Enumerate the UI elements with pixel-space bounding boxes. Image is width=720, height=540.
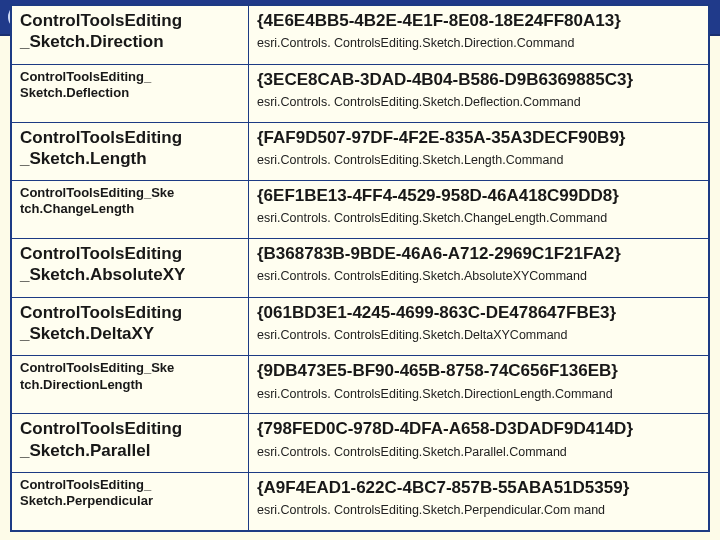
tool-name-cell: ControlToolsEditing_ Sketch.Perpendicula… [12, 473, 249, 531]
tool-guid: {B368783B-9BDE-46A6-A712-2969C1F21FA2} [257, 243, 700, 264]
tool-progid: esri.Controls. ControlsEditing.Sketch.Pa… [257, 445, 700, 461]
tool-detail-cell: {4E6E4BB5-4B2E-4E1F-8E08-18E24FF80A13}es… [248, 6, 708, 65]
tool-detail-cell: {FAF9D507-97DF-4F2E-835A-35A3DECF90B9}es… [248, 122, 708, 181]
table-row: ControlToolsEditing _Sketch.Direction{4E… [12, 6, 709, 65]
tool-progid: esri.Controls. ControlsEditing.Sketch.De… [257, 328, 700, 344]
tool-detail-cell: {B368783B-9BDE-46A6-A712-2969C1F21FA2}es… [248, 239, 708, 298]
tool-detail-wrap: {9DB473E5-BF90-465B-8758-74C656F136EB}es… [257, 360, 700, 402]
tool-guid: {798FED0C-978D-4DFA-A658-D3DADF9D414D} [257, 418, 700, 439]
tool-name-cell: ControlToolsEditing _Sketch.DeltaXY [12, 297, 249, 356]
tool-name: ControlToolsEditing _Sketch.AbsoluteXY [20, 243, 240, 286]
tool-detail-wrap: {3ECE8CAB-3DAD-4B04-B586-D9B6369885C3}es… [257, 69, 700, 111]
table-row: ControlToolsEditing_ Sketch.Deflection{3… [12, 64, 709, 122]
tool-detail-wrap: {FAF9D507-97DF-4F2E-835A-35A3DECF90B9}es… [257, 127, 700, 169]
tool-name: ControlToolsEditing_Ske tch.ChangeLength [20, 185, 240, 218]
tool-detail-wrap: {4E6E4BB5-4B2E-4E1F-8E08-18E24FF80A13}es… [257, 10, 700, 52]
tool-progid: esri.Controls. ControlsEditing.Sketch.Ab… [257, 269, 700, 285]
tool-name-cell: ControlToolsEditing _Sketch.AbsoluteXY [12, 239, 249, 298]
tool-name-cell: ControlToolsEditing_Ske tch.ChangeLength [12, 181, 249, 239]
tool-name: ControlToolsEditing _Sketch.Length [20, 127, 240, 170]
table-row: ControlToolsEditing _Sketch.DeltaXY{061B… [12, 297, 709, 356]
tool-guid: {061BD3E1-4245-4699-863C-DE478647FBE3} [257, 302, 700, 323]
table-row: ControlToolsEditing_ Sketch.Perpendicula… [12, 473, 709, 531]
tool-name-cell: ControlToolsEditing _Sketch.Parallel [12, 414, 249, 473]
tool-name-cell: ControlToolsEditing _Sketch.Direction [12, 6, 249, 65]
commands-table: ControlToolsEditing _Sketch.Direction{4E… [11, 5, 709, 531]
table-row: ControlToolsEditing _Sketch.Parallel{798… [12, 414, 709, 473]
tool-name-cell: ControlToolsEditing_ Sketch.Deflection [12, 64, 249, 122]
tool-name-cell: ControlToolsEditing_Ske tch.DirectionLen… [12, 356, 249, 414]
tool-name-cell: ControlToolsEditing _Sketch.Length [12, 122, 249, 181]
table-row: ControlToolsEditing_Ske tch.DirectionLen… [12, 356, 709, 414]
slide-page: 江西理工大学 Developing GIS Applications with … [0, 0, 720, 540]
tool-detail-cell: {3ECE8CAB-3DAD-4B04-B586-D9B6369885C3}es… [248, 64, 708, 122]
tool-guid: {4E6E4BB5-4B2E-4E1F-8E08-18E24FF80A13} [257, 10, 700, 31]
tool-detail-wrap: {061BD3E1-4245-4699-863C-DE478647FBE3}es… [257, 302, 700, 344]
tool-name: ControlToolsEditing _Sketch.Direction [20, 10, 240, 53]
tool-progid: esri.Controls. ControlsEditing.Sketch.Di… [257, 36, 700, 52]
tool-name: ControlToolsEditing_ Sketch.Perpendicula… [20, 477, 240, 510]
tool-progid: esri.Controls. ControlsEditing.Sketch.Le… [257, 153, 700, 169]
tool-name: ControlToolsEditing_ Sketch.Deflection [20, 69, 240, 102]
tool-name: ControlToolsEditing_Ske tch.DirectionLen… [20, 360, 240, 393]
tool-guid: {3ECE8CAB-3DAD-4B04-B586-D9B6369885C3} [257, 69, 700, 90]
tool-detail-wrap: {798FED0C-978D-4DFA-A658-D3DADF9D414D}es… [257, 418, 700, 460]
tool-detail-cell: {A9F4EAD1-622C-4BC7-857B-55ABA51D5359}es… [248, 473, 708, 531]
tool-guid: {FAF9D507-97DF-4F2E-835A-35A3DECF90B9} [257, 127, 700, 148]
tool-progid: esri.Controls. ControlsEditing.Sketch.De… [257, 95, 700, 111]
table-row: ControlToolsEditing_Ske tch.ChangeLength… [12, 181, 709, 239]
tool-detail-cell: {798FED0C-978D-4DFA-A658-D3DADF9D414D}es… [248, 414, 708, 473]
tool-guid: {A9F4EAD1-622C-4BC7-857B-55ABA51D5359} [257, 477, 700, 498]
tool-progid: esri.Controls. ControlsEditing.Sketch.Di… [257, 387, 700, 403]
tool-progid: esri.Controls. ControlsEditing.Sketch.Ch… [257, 211, 700, 227]
tool-guid: {9DB473E5-BF90-465B-8758-74C656F136EB} [257, 360, 700, 381]
tool-detail-wrap: {A9F4EAD1-622C-4BC7-857B-55ABA51D5359}es… [257, 477, 700, 519]
tool-progid: esri.Controls. ControlsEditing.Sketch.Pe… [257, 503, 700, 519]
tool-name: ControlToolsEditing _Sketch.DeltaXY [20, 302, 240, 345]
tool-detail-cell: {061BD3E1-4245-4699-863C-DE478647FBE3}es… [248, 297, 708, 356]
tool-detail-wrap: {6EF1BE13-4FF4-4529-958D-46A418C99DD8}es… [257, 185, 700, 227]
tool-guid: {6EF1BE13-4FF4-4529-958D-46A418C99DD8} [257, 185, 700, 206]
table-row: ControlToolsEditing _Sketch.AbsoluteXY{B… [12, 239, 709, 298]
table-row: ControlToolsEditing _Sketch.Length{FAF9D… [12, 122, 709, 181]
tool-detail-cell: {9DB473E5-BF90-465B-8758-74C656F136EB}es… [248, 356, 708, 414]
tool-name: ControlToolsEditing _Sketch.Parallel [20, 418, 240, 461]
tool-detail-wrap: {B368783B-9BDE-46A6-A712-2969C1F21FA2}es… [257, 243, 700, 285]
commands-table-wrap: ControlToolsEditing _Sketch.Direction{4E… [10, 4, 710, 532]
tool-detail-cell: {6EF1BE13-4FF4-4529-958D-46A418C99DD8}es… [248, 181, 708, 239]
